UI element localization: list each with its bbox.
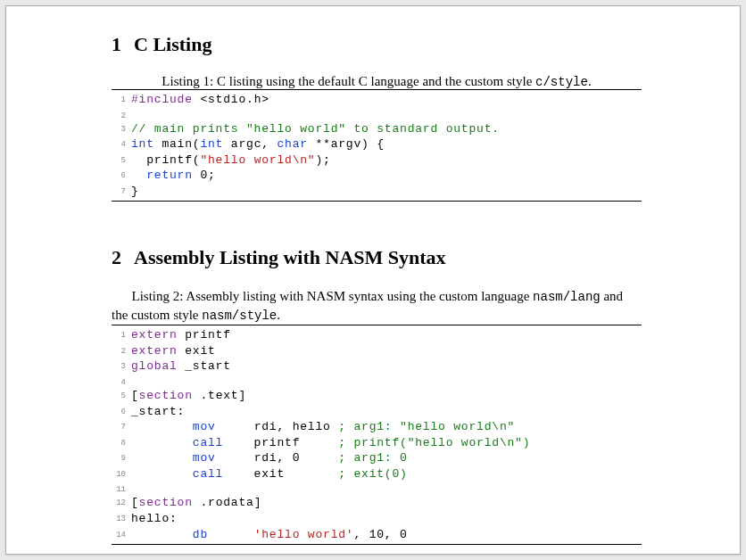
code-token: stdio: [208, 93, 246, 106]
code-token: printf: [178, 328, 231, 342]
code-token: global: [131, 359, 178, 373]
code-token: extern: [131, 344, 178, 358]
line-number: 4: [112, 136, 126, 152]
line-number: 2: [112, 343, 126, 359]
listing-2-caption-suffix: .: [277, 308, 280, 322]
code-token: db: [193, 528, 208, 541]
line-number: 5: [112, 152, 126, 169]
code-token: 'hello world': [254, 528, 354, 541]
code-line: 8 call printf ; printf("hello world\n"): [112, 435, 642, 451]
code-token: printf(: [131, 153, 200, 167]
code-token: [: [131, 496, 139, 509]
code-line: 4: [112, 375, 642, 388]
code-token: // main prints "hello world" to standard…: [131, 122, 500, 136]
section-1-number: 1: [112, 33, 121, 56]
code-token: main(: [154, 137, 201, 151]
code-token: _start: [178, 359, 231, 373]
listing-1: 1#include <stdio.h>23// main prints "hel…: [112, 89, 642, 202]
code-token: }: [131, 185, 139, 198]
code-token: call: [193, 436, 223, 449]
code-token: exit: [178, 344, 216, 358]
listing-1-caption: Listing 1: C listing using the default C…: [112, 74, 642, 89]
line-number: 12: [112, 495, 126, 511]
code-line: 7 mov rdi, hello ; arg1: "hello world\n": [112, 419, 642, 435]
line-number: 7: [112, 184, 126, 200]
code-token: [208, 528, 254, 541]
code-token: );: [315, 153, 330, 167]
line-number: 11: [112, 482, 126, 495]
line-number: 7: [112, 419, 126, 435]
code-token: #include: [131, 93, 193, 106]
listing-2-caption-prefix: Listing 2: Assembly listing with NASM sy…: [132, 289, 534, 303]
code-line: 3global _start: [112, 358, 642, 375]
document-page: 1 C Listing Listing 1: C listing using t…: [5, 5, 741, 555]
listing-1-caption-code: c/style: [535, 75, 588, 89]
section-1-title: C Listing: [134, 33, 211, 56]
code-token: rdi, 0: [216, 451, 339, 465]
code-token: [131, 467, 193, 481]
code-content: call exit ; exit(0): [131, 466, 642, 482]
listing-1-caption-suffix: .: [588, 74, 592, 88]
code-line: 6_start:: [112, 404, 642, 420]
code-token: [131, 436, 193, 449]
section-2-number: 2: [112, 246, 121, 269]
code-token: <: [193, 93, 208, 106]
line-number: 3: [112, 121, 126, 137]
code-content: mov rdi, 0 ; arg1: 0: [131, 450, 642, 466]
code-token: 0;: [193, 169, 216, 182]
code-content: #include <stdio.h>: [131, 92, 642, 108]
code-token: [131, 451, 193, 465]
code-line: 11: [112, 482, 642, 495]
code-content: [131, 482, 642, 495]
code-token: h: [254, 93, 262, 106]
code-line: 2extern exit: [112, 343, 642, 359]
code-token: section: [139, 389, 193, 402]
line-number: 13: [112, 511, 126, 527]
code-token: ; arg1: "hello world\n": [338, 420, 515, 433]
code-token: call: [193, 467, 223, 481]
code-line: 9 mov rdi, 0 ; arg1: 0: [112, 450, 642, 466]
code-token: int: [200, 137, 223, 151]
code-content: global _start: [131, 358, 642, 375]
line-number: 9: [112, 450, 126, 466]
code-token: mov: [193, 420, 216, 433]
code-token: [131, 528, 193, 541]
line-number: 1: [112, 92, 126, 108]
code-line: 7}: [112, 184, 642, 200]
code-content: [section .rodata]: [131, 495, 642, 511]
code-content: extern printf: [131, 327, 642, 343]
line-number: 6: [112, 404, 126, 420]
code-content: // main prints "hello world" to standard…: [131, 121, 642, 137]
code-token: .text]: [193, 389, 246, 402]
line-number: 4: [112, 375, 126, 388]
code-token: .rodata]: [193, 496, 261, 509]
section-1-heading: 1 C Listing: [112, 33, 642, 56]
code-token: rdi, hello: [216, 420, 339, 433]
code-token: ; printf("hello world\n"): [338, 436, 530, 449]
line-number: 8: [112, 435, 126, 451]
code-line: 13hello:: [112, 511, 642, 527]
code-line: 5 printf("hello world\n");: [112, 152, 642, 169]
code-content: hello:: [131, 511, 642, 527]
code-token: section: [139, 496, 193, 509]
line-number: 3: [112, 358, 126, 375]
code-content: return 0;: [131, 168, 642, 184]
code-content: [131, 375, 642, 388]
code-line: 3// main prints "hello world" to standar…: [112, 121, 642, 137]
code-content: extern exit: [131, 343, 642, 359]
code-token: , 10, 0: [353, 528, 407, 541]
code-token: ; arg1: 0: [338, 451, 407, 465]
line-number: 5: [112, 388, 126, 404]
code-content: [section .text]: [131, 388, 642, 404]
code-line: 10 call exit ; exit(0): [112, 466, 642, 482]
code-token: char: [277, 137, 307, 151]
code-token: >: [261, 93, 269, 106]
code-token: extern: [131, 328, 178, 342]
code-line: 5[section .text]: [112, 388, 642, 404]
code-token: int: [131, 137, 154, 151]
listing-2-caption-code2: nasm/style: [202, 309, 277, 323]
listing-2-caption: Listing 2: Assembly listing with NASM sy…: [112, 287, 642, 325]
code-line: 14 db 'hello world', 10, 0: [112, 527, 642, 543]
section-2-heading: 2 Assembly Listing with NASM Syntax: [112, 246, 642, 269]
code-token: _start:: [131, 405, 185, 418]
